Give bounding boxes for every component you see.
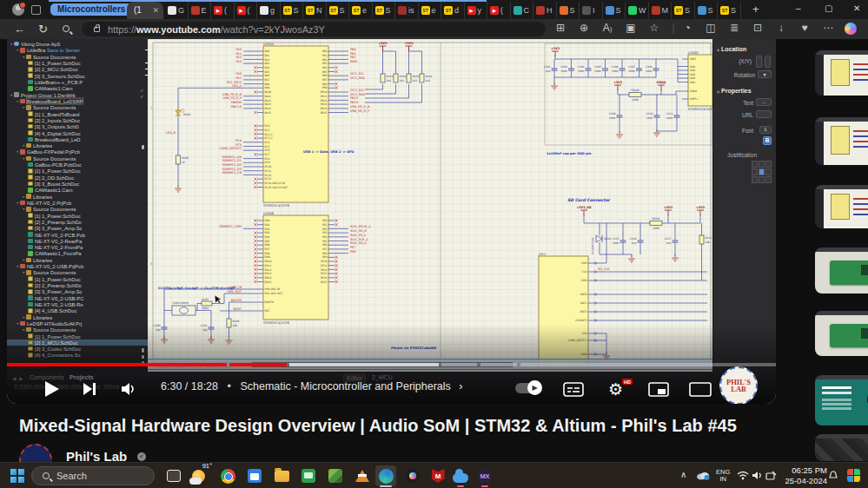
browser-profile-avatar[interactable] xyxy=(12,3,24,16)
settings-gear-icon[interactable]: ⚙ xyxy=(608,379,623,399)
copilot-icon[interactable] xyxy=(845,23,857,35)
project-tree-item[interactable]: ▾NE-XT-V0_2.PrjPcb xyxy=(7,200,148,206)
project-tree-item[interactable]: [1] 1_BoardToBoard xyxy=(7,110,148,116)
project-tree-item[interactable]: ▾Libraries xyxy=(7,142,148,148)
split-window-icon[interactable]: ◫ xyxy=(703,22,719,34)
subtitles-button[interactable] xyxy=(563,382,584,397)
project-tree-item[interactable]: [3] 3_Sensors.SchDoc xyxy=(7,73,148,79)
channel-watermark[interactable]: PHIL'SLAB xyxy=(719,366,758,404)
cloud-app-icon[interactable] xyxy=(450,465,471,486)
project-tree-item[interactable]: [2] 2_Inputs.SchDoc xyxy=(7,117,148,123)
project-tree-item[interactable]: [3] 3_Outputs.SchD xyxy=(7,123,148,129)
rotation-dropdown[interactable]: ▾ xyxy=(758,70,772,78)
theater-mode-button[interactable] xyxy=(689,382,712,397)
edge-icon[interactable] xyxy=(375,465,396,486)
tab-sync-icon[interactable]: ⊡ xyxy=(750,22,765,34)
project-tree-item[interactable]: GaBoo-PCB.PcbDoc xyxy=(7,162,148,168)
browser-tab[interactable]: C xyxy=(511,2,534,19)
project-tree-item[interactable]: ▾Source Documents xyxy=(7,155,148,162)
video-player[interactable]: ▾Viking Drone ApS▾LittleBra Save to Serv… xyxy=(7,39,776,404)
browser-tab[interactable]: STS xyxy=(373,2,396,19)
miniplayer-button[interactable] xyxy=(648,382,669,397)
search-icon[interactable] xyxy=(63,25,70,32)
project-tree-item[interactable]: [1] 1_Power.SchDoc xyxy=(7,276,148,282)
project-tree-item[interactable]: [1] 1_Power.SchDoc xyxy=(7,212,148,218)
chrome-icon[interactable] xyxy=(217,465,238,486)
chapter-chevron-icon[interactable]: › xyxy=(459,379,462,392)
wifi-icon[interactable] xyxy=(737,471,749,480)
project-tree-item[interactable]: ▾Viking Drone ApS xyxy=(7,41,148,47)
project-tree-item[interactable]: ▾Libraries xyxy=(7,313,148,320)
project-tree-item[interactable]: [2] 2_Preamp.SchDo xyxy=(7,282,148,288)
file-explorer-icon[interactable] xyxy=(271,465,292,486)
video-progress-bar[interactable] xyxy=(7,363,776,366)
project-tree-item[interactable]: ▾Libraries xyxy=(7,257,148,263)
url-field[interactable] xyxy=(756,110,772,118)
refresh-button[interactable]: ↻ xyxy=(38,23,48,36)
suggested-video-thumbnail[interactable] xyxy=(815,311,868,356)
volume-tray-icon[interactable] xyxy=(752,471,763,480)
browser-tab[interactable]: STS xyxy=(718,2,741,19)
project-tree-item[interactable]: ▾Source Documents xyxy=(7,54,148,60)
browser-tab[interactable]: S xyxy=(557,2,580,19)
browser-tab[interactable]: H xyxy=(533,2,557,19)
project-tree-item[interactable]: NE-XT-V0_2-USB-Re xyxy=(7,301,148,307)
properties-section-header[interactable]: Properties xyxy=(717,88,752,94)
justification-grid[interactable] xyxy=(752,161,772,183)
language-indicator[interactable]: ENGIN xyxy=(716,469,730,483)
browser-tab[interactable]: W xyxy=(626,2,649,19)
project-tree-item[interactable]: [1] 1_Power.SchDoc xyxy=(7,168,148,174)
font-size-field[interactable]: 1 xyxy=(759,126,772,134)
browser-tab[interactable]: ▶( xyxy=(211,2,235,19)
project-tree-item[interactable]: ▾GaBoo-FXPedal.PrjPcb xyxy=(7,148,148,155)
lock-icon[interactable] xyxy=(94,27,100,32)
x-field[interactable] xyxy=(756,56,762,68)
browser-tab[interactable]: g xyxy=(257,2,281,19)
collections-icon[interactable]: ≣ xyxy=(726,22,742,34)
project-tree-item[interactable]: NE-XT-V0_2-RearPa xyxy=(7,238,148,244)
browser-tab[interactable]: STS xyxy=(281,2,304,19)
y-field[interactable] xyxy=(765,56,771,68)
project-tree-item[interactable]: ▾Source Documents xyxy=(7,206,148,212)
suggested-video-thumbnail[interactable] xyxy=(815,50,868,96)
weather-widget[interactable]: 91° xyxy=(188,465,209,486)
browser-tab[interactable]: STN xyxy=(303,2,327,19)
location-section-header[interactable]: Location xyxy=(717,46,746,52)
address-bar[interactable]: https://www.youtube.com/watch?v=2kYJwosA… xyxy=(82,22,546,36)
read-aloud-icon[interactable]: A) xyxy=(600,22,615,34)
bold-button[interactable]: B xyxy=(763,136,772,145)
project-tree-item[interactable]: ▾LittleBra Save to Server xyxy=(7,47,148,53)
browser-tab[interactable]: M xyxy=(649,2,673,19)
more-options-icon[interactable]: ⋯ xyxy=(820,22,836,34)
taskbar-search-box[interactable]: Search xyxy=(31,466,155,485)
project-tree-item[interactable]: [4] 4_Connectors.Sc xyxy=(7,352,148,358)
suggested-video-thumbnail[interactable] xyxy=(815,247,868,293)
browser-tab[interactable]: STe xyxy=(349,2,373,19)
video-popout-icon[interactable]: ▣ xyxy=(623,22,639,34)
project-tree-item[interactable]: [3] 3_Boost.SchDoc xyxy=(7,181,148,187)
close-tab-icon[interactable]: ✕ xyxy=(152,2,159,19)
start-button[interactable] xyxy=(7,465,28,486)
chapter-title[interactable]: Schematic - Microcontroller and Peripher… xyxy=(240,380,450,392)
browser-tab[interactable]: S xyxy=(695,2,719,19)
project-tree-item[interactable]: [2] 2_MCU.SchDoc xyxy=(7,66,148,72)
browser-tab[interactable]: S xyxy=(603,2,626,19)
browser-tab[interactable]: I xyxy=(580,2,603,19)
store-icon[interactable] xyxy=(244,465,265,486)
wellness-icon[interactable]: ♥ xyxy=(797,22,812,34)
gallery-app-icon[interactable] xyxy=(325,465,346,486)
project-tree-item[interactable]: CAMtastic1.Cam✓ xyxy=(7,85,148,91)
copilot-app-icon[interactable] xyxy=(402,465,423,486)
mx-app-icon[interactable]: MX xyxy=(474,465,495,486)
task-view-button[interactable] xyxy=(163,465,184,486)
active-tab[interactable]: (1 ✕ xyxy=(127,2,163,19)
project-tree-item[interactable]: ▾Source Documents xyxy=(7,104,148,110)
remote-app-icon[interactable] xyxy=(298,465,319,486)
next-button[interactable] xyxy=(82,381,97,397)
tab-group-label[interactable]: Microcontrollers xyxy=(50,3,132,16)
project-tree-item[interactable]: NE-XT-V0_2-USB-PC xyxy=(7,295,148,301)
pen-icon[interactable] xyxy=(765,471,777,480)
browser-tab[interactable]: is xyxy=(395,2,419,19)
browser-tab[interactable]: G xyxy=(165,2,189,19)
project-tree-item[interactable]: [4] 4_Digital.SchDoc xyxy=(7,129,148,135)
